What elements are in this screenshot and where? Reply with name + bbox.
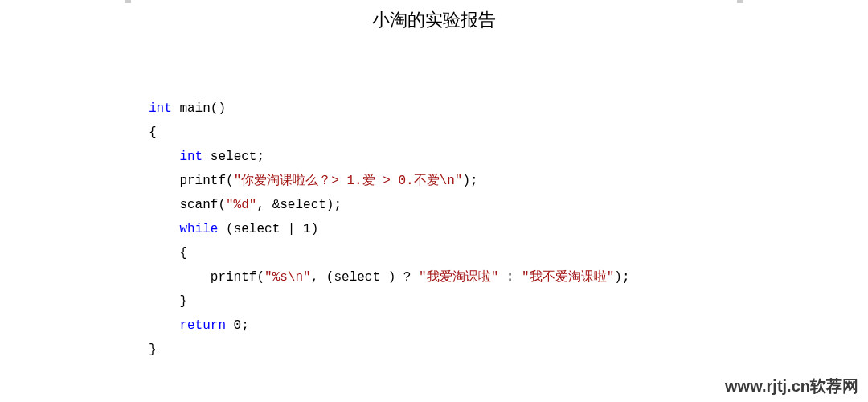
keyword-int: int — [179, 150, 203, 164]
code-text: select; — [203, 150, 264, 164]
string-literal: "你爱淘课啦么？> 1.爱 > 0.不爱\n" — [234, 174, 463, 188]
code-text: ); — [462, 174, 477, 188]
document-title: 小淘的实验报告 — [0, 0, 868, 32]
code-line: } — [149, 289, 868, 314]
brace: { — [149, 125, 157, 140]
code-line: { — [149, 121, 868, 145]
keyword-while: while — [179, 222, 218, 236]
code-text: , (select ) ? — [311, 270, 419, 285]
code-line: int main() — [149, 96, 868, 121]
code-line: scanf("%d", &select); — [149, 193, 868, 217]
code-block: int main() { int select; printf("你爱淘课啦么？… — [149, 96, 868, 362]
code-text: main() — [172, 101, 226, 116]
code-text: 0; — [226, 318, 249, 333]
brace: { — [149, 246, 187, 260]
watermark-text: www.rjtj.cn软荐网 — [725, 375, 858, 397]
code-line: printf("你爱淘课啦么？> 1.爱 > 0.不爱\n"); — [149, 169, 868, 193]
brace: } — [149, 294, 187, 309]
code-text: , &select); — [256, 198, 342, 212]
page-corner-right — [737, 0, 743, 3]
document-page: 小淘的实验报告 int main() { int select; printf(… — [0, 0, 868, 402]
code-text: ); — [614, 270, 629, 285]
code-line: printf("%s\n", (select ) ? "我爱淘课啦" : "我不… — [149, 265, 868, 289]
code-text: scanf( — [149, 198, 226, 212]
code-text: : — [498, 270, 522, 285]
code-text: (select | 1) — [218, 222, 318, 236]
code-text: printf( — [149, 270, 264, 285]
string-literal: "我不爱淘课啦" — [522, 270, 614, 285]
keyword-return: return — [179, 318, 226, 333]
indent — [149, 150, 179, 164]
code-line: return 0; — [149, 314, 868, 338]
page-corner-left — [125, 0, 131, 3]
code-line: { — [149, 241, 868, 265]
string-literal: "我爱淘课啦" — [419, 270, 498, 285]
code-line: int select; — [149, 145, 868, 169]
code-line: } — [149, 338, 868, 362]
brace: } — [149, 343, 157, 357]
indent — [149, 318, 179, 333]
string-literal: "%s\n" — [264, 270, 311, 285]
code-text: printf( — [149, 174, 234, 188]
indent — [149, 222, 179, 236]
keyword-int: int — [149, 101, 172, 116]
code-line: while (select | 1) — [149, 217, 868, 241]
string-literal: "%d" — [226, 198, 256, 212]
